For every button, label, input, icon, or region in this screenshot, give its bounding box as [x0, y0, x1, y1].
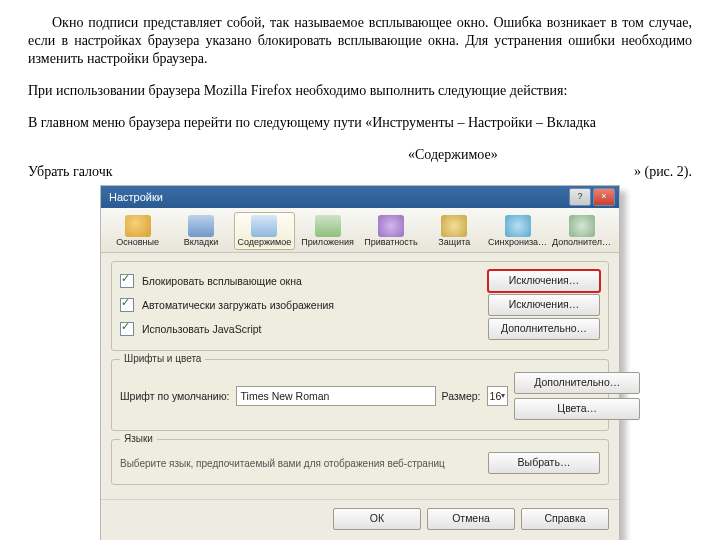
mask-icon	[378, 215, 404, 237]
advanced-js-button[interactable]: Дополнительно…	[488, 318, 600, 340]
popup-group: Блокировать всплывающие окна Исключения……	[111, 261, 609, 351]
sync-icon	[505, 215, 531, 237]
font-size-label: Размер:	[442, 390, 481, 402]
exceptions-button-highlighted[interactable]: Исключения…	[488, 270, 600, 292]
languages-group: Языки Выберите язык, предпочитаемый вами…	[111, 439, 609, 485]
titlebar: Настройки ? ×	[101, 186, 619, 208]
help-titlebar-button[interactable]: ?	[569, 188, 591, 206]
paragraph-3: В главном меню браузера перейти по следу…	[28, 114, 692, 132]
tabs-icon	[188, 215, 214, 237]
tab-tabs[interactable]: Вкладки	[170, 212, 231, 250]
tab-advanced[interactable]: Дополнительные	[551, 212, 613, 250]
fonts-advanced-button[interactable]: Дополнительно…	[514, 372, 640, 394]
apps-icon	[315, 215, 341, 237]
tab-security[interactable]: Защита	[424, 212, 485, 250]
paragraph-1: Окно подписи представляет собой, так наз…	[28, 14, 692, 68]
chevron-down-icon: ▾	[501, 387, 505, 405]
label-load-images: Автоматически загружать изображения	[142, 299, 334, 311]
choose-language-button[interactable]: Выбрать…	[488, 452, 600, 474]
category-toolbar: Основные Вкладки Содержимое Приложения П…	[101, 208, 619, 253]
default-font-label: Шрифт по умолчанию:	[120, 390, 230, 402]
tab-sync[interactable]: Синхронизация	[487, 212, 549, 250]
exceptions-button[interactable]: Исключения…	[488, 294, 600, 316]
checkbox-block-popups[interactable]	[120, 274, 134, 288]
paragraph-4: Убрать галочк » (рис. 2).	[28, 163, 692, 181]
font-size-select[interactable]: 16▾	[487, 386, 509, 406]
window-title: Настройки	[109, 191, 163, 203]
help-button[interactable]: Справка	[521, 508, 609, 530]
paragraph-2: При использовании браузера Mozilla Firef…	[28, 82, 692, 100]
checkbox-load-images[interactable]	[120, 298, 134, 312]
default-font-select[interactable]: Times New Roman	[236, 386, 436, 406]
label-enable-js: Использовать JavaScript	[142, 323, 262, 335]
gear-icon	[125, 215, 151, 237]
tab-main[interactable]: Основные	[107, 212, 168, 250]
tab-content[interactable]: Содержимое	[234, 212, 295, 250]
label-block-popups: Блокировать всплывающие окна	[142, 275, 302, 287]
languages-hint: Выберите язык, предпочитаемый вами для о…	[120, 458, 482, 469]
tab-apps[interactable]: Приложения	[297, 212, 358, 250]
fonts-group: Шрифты и цвета Шрифт по умолчанию: Times…	[111, 359, 609, 431]
document-icon	[251, 215, 277, 237]
cog-icon	[569, 215, 595, 237]
settings-window: Настройки ? × Основные Вкладки Содержимо…	[100, 185, 620, 540]
languages-legend: Языки	[120, 433, 157, 444]
dialog-footer: ОК Отмена Справка	[101, 499, 619, 540]
checkbox-enable-js[interactable]	[120, 322, 134, 336]
colors-button[interactable]: Цвета…	[514, 398, 640, 420]
cancel-button[interactable]: Отмена	[427, 508, 515, 530]
line-split: «Содержимое»	[28, 146, 692, 164]
fonts-legend: Шрифты и цвета	[120, 353, 205, 364]
close-icon[interactable]: ×	[593, 188, 615, 206]
lock-icon	[441, 215, 467, 237]
ok-button[interactable]: ОК	[333, 508, 421, 530]
tab-privacy[interactable]: Приватность	[360, 212, 421, 250]
